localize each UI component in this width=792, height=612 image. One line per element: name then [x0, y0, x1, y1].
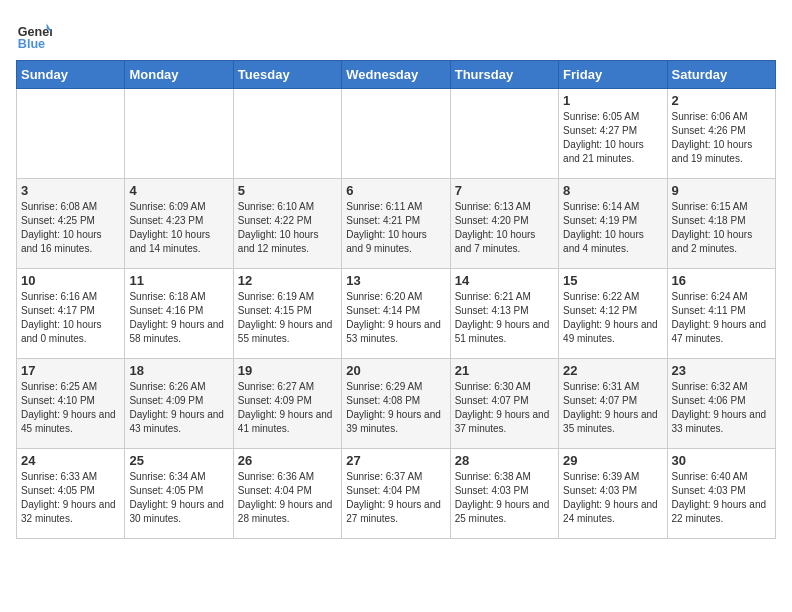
- day-info: Sunrise: 6:09 AM Sunset: 4:23 PM Dayligh…: [129, 200, 228, 256]
- calendar: SundayMondayTuesdayWednesdayThursdayFrid…: [16, 60, 776, 539]
- day-info: Sunrise: 6:34 AM Sunset: 4:05 PM Dayligh…: [129, 470, 228, 526]
- calendar-week-row: 10Sunrise: 6:16 AM Sunset: 4:17 PM Dayli…: [17, 269, 776, 359]
- day-info: Sunrise: 6:26 AM Sunset: 4:09 PM Dayligh…: [129, 380, 228, 436]
- calendar-cell: [342, 89, 450, 179]
- day-number: 3: [21, 183, 120, 198]
- day-info: Sunrise: 6:24 AM Sunset: 4:11 PM Dayligh…: [672, 290, 771, 346]
- calendar-cell: [233, 89, 341, 179]
- calendar-week-row: 24Sunrise: 6:33 AM Sunset: 4:05 PM Dayli…: [17, 449, 776, 539]
- day-number: 12: [238, 273, 337, 288]
- day-info: Sunrise: 6:38 AM Sunset: 4:03 PM Dayligh…: [455, 470, 554, 526]
- calendar-cell: 8Sunrise: 6:14 AM Sunset: 4:19 PM Daylig…: [559, 179, 667, 269]
- day-info: Sunrise: 6:32 AM Sunset: 4:06 PM Dayligh…: [672, 380, 771, 436]
- calendar-week-row: 17Sunrise: 6:25 AM Sunset: 4:10 PM Dayli…: [17, 359, 776, 449]
- day-info: Sunrise: 6:11 AM Sunset: 4:21 PM Dayligh…: [346, 200, 445, 256]
- day-info: Sunrise: 6:30 AM Sunset: 4:07 PM Dayligh…: [455, 380, 554, 436]
- logo: General Blue: [16, 16, 52, 52]
- calendar-cell: 18Sunrise: 6:26 AM Sunset: 4:09 PM Dayli…: [125, 359, 233, 449]
- calendar-header-wednesday: Wednesday: [342, 61, 450, 89]
- calendar-cell: 9Sunrise: 6:15 AM Sunset: 4:18 PM Daylig…: [667, 179, 775, 269]
- calendar-cell: 16Sunrise: 6:24 AM Sunset: 4:11 PM Dayli…: [667, 269, 775, 359]
- day-number: 7: [455, 183, 554, 198]
- calendar-cell: 30Sunrise: 6:40 AM Sunset: 4:03 PM Dayli…: [667, 449, 775, 539]
- calendar-cell: 3Sunrise: 6:08 AM Sunset: 4:25 PM Daylig…: [17, 179, 125, 269]
- day-number: 10: [21, 273, 120, 288]
- calendar-cell: 19Sunrise: 6:27 AM Sunset: 4:09 PM Dayli…: [233, 359, 341, 449]
- calendar-cell: [17, 89, 125, 179]
- day-info: Sunrise: 6:37 AM Sunset: 4:04 PM Dayligh…: [346, 470, 445, 526]
- day-info: Sunrise: 6:14 AM Sunset: 4:19 PM Dayligh…: [563, 200, 662, 256]
- calendar-cell: 14Sunrise: 6:21 AM Sunset: 4:13 PM Dayli…: [450, 269, 558, 359]
- day-number: 21: [455, 363, 554, 378]
- day-info: Sunrise: 6:16 AM Sunset: 4:17 PM Dayligh…: [21, 290, 120, 346]
- day-info: Sunrise: 6:15 AM Sunset: 4:18 PM Dayligh…: [672, 200, 771, 256]
- calendar-cell: 28Sunrise: 6:38 AM Sunset: 4:03 PM Dayli…: [450, 449, 558, 539]
- calendar-cell: 21Sunrise: 6:30 AM Sunset: 4:07 PM Dayli…: [450, 359, 558, 449]
- day-number: 30: [672, 453, 771, 468]
- day-number: 5: [238, 183, 337, 198]
- calendar-week-row: 3Sunrise: 6:08 AM Sunset: 4:25 PM Daylig…: [17, 179, 776, 269]
- calendar-header-tuesday: Tuesday: [233, 61, 341, 89]
- calendar-header-monday: Monday: [125, 61, 233, 89]
- calendar-cell: 27Sunrise: 6:37 AM Sunset: 4:04 PM Dayli…: [342, 449, 450, 539]
- calendar-cell: 23Sunrise: 6:32 AM Sunset: 4:06 PM Dayli…: [667, 359, 775, 449]
- day-info: Sunrise: 6:33 AM Sunset: 4:05 PM Dayligh…: [21, 470, 120, 526]
- calendar-cell: 6Sunrise: 6:11 AM Sunset: 4:21 PM Daylig…: [342, 179, 450, 269]
- day-number: 16: [672, 273, 771, 288]
- day-number: 13: [346, 273, 445, 288]
- day-info: Sunrise: 6:21 AM Sunset: 4:13 PM Dayligh…: [455, 290, 554, 346]
- calendar-cell: [450, 89, 558, 179]
- day-info: Sunrise: 6:22 AM Sunset: 4:12 PM Dayligh…: [563, 290, 662, 346]
- day-number: 18: [129, 363, 228, 378]
- day-number: 4: [129, 183, 228, 198]
- day-number: 24: [21, 453, 120, 468]
- day-info: Sunrise: 6:25 AM Sunset: 4:10 PM Dayligh…: [21, 380, 120, 436]
- day-number: 8: [563, 183, 662, 198]
- day-number: 22: [563, 363, 662, 378]
- calendar-cell: 24Sunrise: 6:33 AM Sunset: 4:05 PM Dayli…: [17, 449, 125, 539]
- calendar-cell: 10Sunrise: 6:16 AM Sunset: 4:17 PM Dayli…: [17, 269, 125, 359]
- day-info: Sunrise: 6:08 AM Sunset: 4:25 PM Dayligh…: [21, 200, 120, 256]
- calendar-header-friday: Friday: [559, 61, 667, 89]
- day-info: Sunrise: 6:13 AM Sunset: 4:20 PM Dayligh…: [455, 200, 554, 256]
- day-info: Sunrise: 6:40 AM Sunset: 4:03 PM Dayligh…: [672, 470, 771, 526]
- day-info: Sunrise: 6:27 AM Sunset: 4:09 PM Dayligh…: [238, 380, 337, 436]
- day-number: 28: [455, 453, 554, 468]
- calendar-cell: 26Sunrise: 6:36 AM Sunset: 4:04 PM Dayli…: [233, 449, 341, 539]
- day-number: 29: [563, 453, 662, 468]
- calendar-cell: [125, 89, 233, 179]
- calendar-cell: 5Sunrise: 6:10 AM Sunset: 4:22 PM Daylig…: [233, 179, 341, 269]
- calendar-header-sunday: Sunday: [17, 61, 125, 89]
- day-number: 20: [346, 363, 445, 378]
- day-info: Sunrise: 6:10 AM Sunset: 4:22 PM Dayligh…: [238, 200, 337, 256]
- calendar-cell: 12Sunrise: 6:19 AM Sunset: 4:15 PM Dayli…: [233, 269, 341, 359]
- calendar-cell: 13Sunrise: 6:20 AM Sunset: 4:14 PM Dayli…: [342, 269, 450, 359]
- day-number: 15: [563, 273, 662, 288]
- day-info: Sunrise: 6:29 AM Sunset: 4:08 PM Dayligh…: [346, 380, 445, 436]
- calendar-cell: 11Sunrise: 6:18 AM Sunset: 4:16 PM Dayli…: [125, 269, 233, 359]
- day-number: 1: [563, 93, 662, 108]
- calendar-cell: 17Sunrise: 6:25 AM Sunset: 4:10 PM Dayli…: [17, 359, 125, 449]
- day-number: 6: [346, 183, 445, 198]
- header: General Blue: [16, 16, 776, 52]
- day-info: Sunrise: 6:05 AM Sunset: 4:27 PM Dayligh…: [563, 110, 662, 166]
- svg-text:Blue: Blue: [18, 37, 45, 51]
- calendar-cell: 15Sunrise: 6:22 AM Sunset: 4:12 PM Dayli…: [559, 269, 667, 359]
- day-number: 19: [238, 363, 337, 378]
- day-info: Sunrise: 6:39 AM Sunset: 4:03 PM Dayligh…: [563, 470, 662, 526]
- day-number: 17: [21, 363, 120, 378]
- calendar-cell: 29Sunrise: 6:39 AM Sunset: 4:03 PM Dayli…: [559, 449, 667, 539]
- logo-icon: General Blue: [16, 16, 52, 52]
- calendar-week-row: 1Sunrise: 6:05 AM Sunset: 4:27 PM Daylig…: [17, 89, 776, 179]
- calendar-cell: 22Sunrise: 6:31 AM Sunset: 4:07 PM Dayli…: [559, 359, 667, 449]
- day-number: 25: [129, 453, 228, 468]
- day-number: 23: [672, 363, 771, 378]
- day-number: 26: [238, 453, 337, 468]
- calendar-cell: 2Sunrise: 6:06 AM Sunset: 4:26 PM Daylig…: [667, 89, 775, 179]
- day-number: 14: [455, 273, 554, 288]
- day-info: Sunrise: 6:31 AM Sunset: 4:07 PM Dayligh…: [563, 380, 662, 436]
- day-number: 27: [346, 453, 445, 468]
- day-info: Sunrise: 6:19 AM Sunset: 4:15 PM Dayligh…: [238, 290, 337, 346]
- calendar-header-saturday: Saturday: [667, 61, 775, 89]
- calendar-cell: 20Sunrise: 6:29 AM Sunset: 4:08 PM Dayli…: [342, 359, 450, 449]
